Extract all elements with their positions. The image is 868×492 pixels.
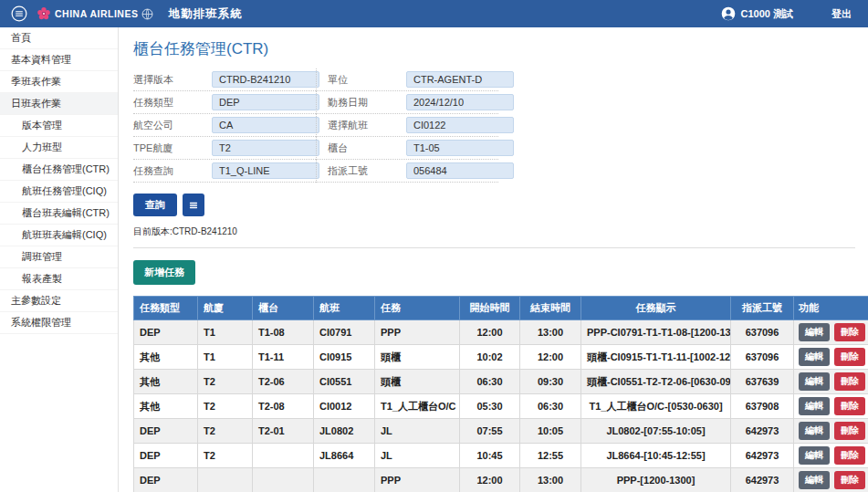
field-input[interactable]	[406, 140, 514, 156]
field-input[interactable]	[212, 94, 319, 110]
field-input[interactable]	[212, 162, 319, 179]
form-row: 任務類型勤務日期	[133, 91, 498, 114]
sidebar-item-4[interactable]: 版本管理	[0, 115, 118, 137]
table-row: DEPT1T1-08CI0791PPP12:0013:00PPP-CI0791-…	[134, 320, 868, 345]
china-airlines-logo[interactable]: CHINA AIRLINES	[37, 6, 153, 21]
edit-button[interactable]: 編輯	[799, 446, 830, 465]
table-cell: JL0802-[07:55-10:05]	[581, 419, 731, 444]
edit-button[interactable]: 編輯	[799, 471, 830, 489]
table-cell: 其他	[134, 345, 198, 370]
sidebar-item-10[interactable]: 調班管理	[0, 246, 118, 268]
delete-button[interactable]: 刪除	[834, 372, 865, 391]
list-options-button[interactable]	[183, 194, 204, 216]
form-field: 指派工號	[316, 160, 498, 183]
table-cell: 12:00	[460, 468, 520, 492]
logout-button[interactable]: 登出	[831, 7, 852, 21]
form-row: 任務查詢指派工號	[133, 160, 498, 183]
table-cell	[253, 444, 314, 468]
table-cell: 05:30	[460, 394, 520, 419]
table-cell: 12:55	[520, 444, 581, 468]
table-row: DEPT2JL8664JL10:4512:55JL8664-[10:45-12:…	[134, 444, 868, 468]
field-input[interactable]	[212, 117, 319, 133]
edit-button[interactable]: 編輯	[799, 422, 830, 440]
plum-blossom-icon	[37, 6, 51, 21]
table-cell: 642973	[731, 419, 794, 444]
sidebar-item-3[interactable]: 日班表作業	[0, 93, 118, 115]
table-cell: 頭櫃-CI0915-T1-T1-11-[1002-1200]	[581, 345, 731, 370]
delete-button[interactable]: 刪除	[834, 422, 865, 440]
actions-cell: 編輯刪除	[794, 394, 868, 419]
form-row: TPE航廈櫃台	[133, 137, 498, 160]
table-cell: T1-08	[253, 320, 314, 345]
sidebar-item-5[interactable]: 人力班型	[0, 137, 118, 159]
table-cell: JL8664-[10:45-12:55]	[581, 444, 731, 468]
add-task-button[interactable]: 新增任務	[133, 260, 195, 285]
edit-button[interactable]: 編輯	[799, 348, 830, 366]
table-cell: 637096	[731, 320, 794, 345]
column-header: 開始時間	[460, 297, 520, 320]
sidebar-item-6[interactable]: 櫃台任務管理(CTR)	[0, 159, 118, 181]
field-label: 指派工號	[328, 164, 406, 178]
table-cell: 其他	[134, 370, 198, 394]
sidebar-item-0[interactable]: 首頁	[0, 27, 118, 49]
table-row: DEPPPP12:0013:00PPP-[1200-1300]642973編輯刪…	[134, 468, 868, 492]
field-input[interactable]	[212, 140, 319, 156]
edit-button[interactable]: 編輯	[799, 397, 830, 415]
table-cell: 頭櫃	[375, 370, 460, 394]
edit-button[interactable]: 編輯	[799, 323, 830, 341]
sidebar-item-12[interactable]: 主參數設定	[0, 290, 118, 312]
section-divider	[133, 247, 855, 248]
delete-button[interactable]: 刪除	[834, 471, 865, 489]
table-cell: 07:55	[460, 419, 520, 444]
form-field: 單位	[316, 68, 498, 91]
table-cell: 13:00	[520, 468, 581, 492]
table-cell: 09:30	[520, 370, 581, 394]
field-input[interactable]	[212, 71, 319, 88]
menu-icon[interactable]	[11, 5, 27, 22]
user-icon	[721, 6, 736, 21]
delete-button[interactable]: 刪除	[834, 323, 865, 341]
table-cell: T1_人工櫃台O/C	[375, 394, 460, 419]
sidebar-item-2[interactable]: 季班表作業	[0, 71, 118, 93]
table-cell	[253, 468, 314, 492]
table-cell: PPP-CI0791-T1-T1-08-[1200-1300]	[581, 320, 731, 345]
delete-button[interactable]: 刪除	[834, 397, 865, 415]
table-cell: T2-08	[253, 394, 314, 419]
field-input[interactable]	[406, 162, 514, 179]
actions-cell: 編輯刪除	[794, 419, 868, 444]
edit-button[interactable]: 編輯	[799, 372, 830, 391]
sidebar-item-7[interactable]: 航班任務管理(CIQ)	[0, 181, 118, 203]
field-label: 選擇版本	[133, 73, 212, 87]
column-header: 航班	[314, 297, 375, 320]
sidebar-item-8[interactable]: 櫃台班表編輯(CTR)	[0, 203, 118, 225]
table-row: 其他T2T2-06CI0551頭櫃06:3009:30頭櫃-CI0551-T2-…	[134, 370, 868, 394]
column-header: 指派工號	[731, 297, 794, 320]
table-header-row: 任務類型航廈櫃台航班任務開始時間結束時間任務顯示指派工號功能	[134, 297, 868, 320]
user-menu[interactable]: C1000 測試	[721, 6, 793, 21]
page-title: 櫃台任務管理(CTR)	[133, 38, 868, 59]
sidebar-item-13[interactable]: 系統權限管理	[0, 312, 118, 334]
table-cell: CI0915	[314, 345, 375, 370]
table-cell: CI0012	[314, 394, 375, 419]
main-content: 櫃台任務管理(CTR) 選擇版本單位任務類型勤務日期航空公司選擇航班TPE航廈櫃…	[119, 27, 868, 492]
delete-button[interactable]: 刪除	[834, 446, 865, 465]
sidebar-item-11[interactable]: 報表產製	[0, 268, 118, 290]
table-cell: DEP	[134, 419, 198, 444]
delete-button[interactable]: 刪除	[834, 348, 865, 366]
table-cell: T1	[198, 345, 253, 370]
table-cell: JL	[375, 419, 460, 444]
table-cell: 10:45	[460, 444, 520, 468]
table-row: DEPT2T2-01JL0802JL07:5510:05JL0802-[07:5…	[134, 419, 868, 444]
field-input[interactable]	[406, 117, 514, 133]
column-header: 結束時間	[520, 297, 581, 320]
table-cell: T1	[198, 320, 253, 345]
field-input[interactable]	[406, 71, 514, 88]
table-row: 其他T2T2-08CI0012T1_人工櫃台O/C05:3006:30T1_人工…	[134, 394, 868, 419]
sidebar-item-9[interactable]: 航班班表編輯(CIQ)	[0, 225, 118, 246]
table-cell: CI0791	[314, 320, 375, 345]
task-table: 任務類型航廈櫃台航班任務開始時間結束時間任務顯示指派工號功能 DEPT1T1-0…	[133, 296, 868, 492]
sidebar-item-1[interactable]: 基本資料管理	[0, 49, 118, 71]
field-input[interactable]	[406, 94, 514, 110]
query-button[interactable]: 查詢	[133, 194, 177, 216]
column-header: 任務	[375, 297, 460, 320]
